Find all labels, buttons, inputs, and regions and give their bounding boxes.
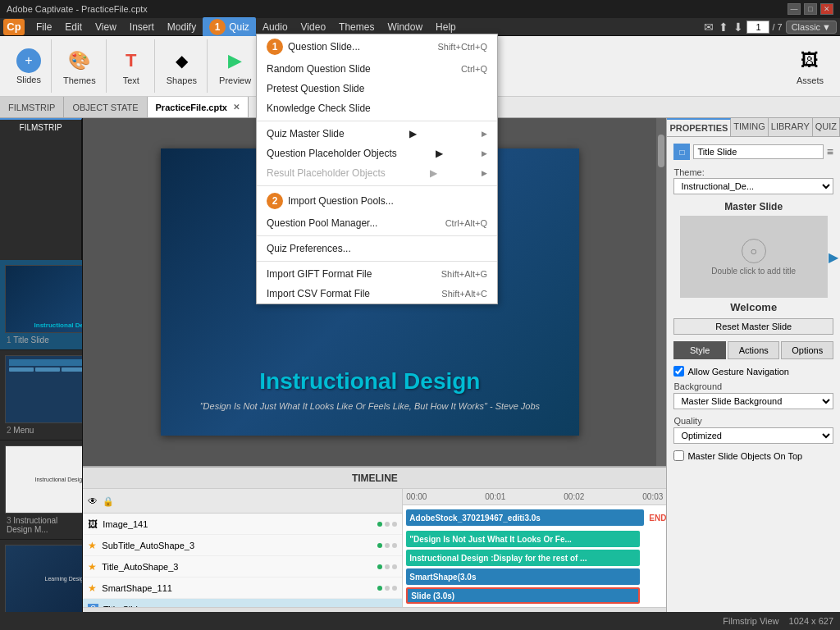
dm-separator-4 — [257, 261, 497, 262]
track-dot[interactable] — [392, 543, 397, 548]
slides-button[interactable]: + Slides — [11, 46, 46, 87]
eye-icon[interactable] — [88, 495, 98, 507]
timeline-tracks: 🖼 Image_141 ★ SubTitle_AutoShape_3 — [83, 489, 403, 607]
dm-item-quiz-master[interactable]: Quiz Master Slide ▶ — [257, 124, 497, 144]
menu-help[interactable]: Help — [429, 20, 463, 34]
dm-item-result-placeholder[interactable]: Result Placeholder Objects ▶ — [257, 163, 497, 183]
gesture-nav-checkbox[interactable] — [673, 366, 684, 377]
dm-item-question-placeholder[interactable]: Question Placeholder Objects ▶ — [257, 144, 497, 163]
theme-select[interactable]: Instructional_De... — [673, 178, 833, 194]
dm-item-random-question[interactable]: Random Question Slide Ctrl+Q — [257, 59, 497, 79]
slide-thumb-2[interactable]: 2 Menu — [0, 350, 82, 441]
track-dot[interactable] — [392, 564, 397, 569]
track-dot[interactable] — [392, 586, 397, 591]
text-icon: T — [118, 48, 144, 74]
menu-file[interactable]: File — [30, 20, 58, 34]
dm-item-pretest[interactable]: Pretest Question Slide — [257, 79, 497, 98]
options-button[interactable]: Options — [781, 341, 833, 359]
master-slide-preview[interactable]: ○ Double click to add title ▶ — [680, 216, 828, 298]
actions-button[interactable]: Actions — [728, 341, 780, 359]
style-button[interactable]: Style — [673, 341, 726, 359]
menu-quiz[interactable]: 1 Quiz — [203, 17, 256, 37]
timeline-bar-title3[interactable]: Instructional Design :Display for the re… — [406, 550, 640, 566]
image-icon: 🖼 — [88, 518, 98, 530]
lock-icon[interactable] — [103, 495, 114, 507]
menu-audio[interactable]: Audio — [256, 20, 294, 34]
slide-thumb-1[interactable]: Instructional Design 1 Title Slide — [0, 260, 82, 350]
upload-icon[interactable]: ⬆ — [719, 21, 728, 34]
timeline-bar-image[interactable]: AdobeStock_370219467_editi3.0s — [406, 509, 644, 526]
track-dot[interactable] — [377, 522, 382, 527]
timeline-panel: TIMELINE 🖼 Image_141 — [83, 466, 666, 630]
timeline-bar-slide[interactable]: Slide (3.0s) — [406, 587, 640, 604]
slide-thumb-3[interactable]: Instructional Design M... 3 Instructiona… — [0, 441, 82, 540]
menu-insert[interactable]: Insert — [123, 20, 161, 34]
track-dot[interactable] — [385, 543, 390, 548]
track-dot[interactable] — [377, 543, 382, 548]
menu-window[interactable]: Window — [381, 20, 429, 34]
shapes-button[interactable]: ◆ Shapes — [162, 45, 202, 88]
master-objects-checkbox[interactable] — [673, 450, 684, 461]
track-dot[interactable] — [385, 586, 390, 591]
minimize-button[interactable]: — — [788, 3, 801, 15]
preview-button[interactable]: ▶ Preview — [214, 45, 256, 88]
track-row-image141[interactable]: 🖼 Image_141 — [83, 514, 402, 535]
canvas-scrollbar[interactable] — [656, 118, 666, 466]
email-icon[interactable]: ✉ — [704, 21, 714, 34]
track-dot[interactable] — [377, 564, 382, 569]
menu-video[interactable]: Video — [294, 20, 332, 34]
page-number-input[interactable] — [746, 21, 769, 34]
tab-quiz[interactable]: QUIZ — [813, 118, 840, 136]
assets-label: Assets — [797, 75, 824, 85]
tab-close-icon[interactable]: ✕ — [233, 103, 240, 112]
tab-properties[interactable]: PROPERTIES — [667, 118, 731, 136]
track-row-title3[interactable]: ★ Title_AutoShape_3 — [83, 556, 402, 578]
track-row-smartshape[interactable]: ★ SmartShape_111 — [83, 578, 402, 599]
dm-item-question-slide[interactable]: 1 Question Slide... Shift+Ctrl+Q — [257, 34, 497, 59]
tab-timing[interactable]: TIMING — [731, 118, 769, 136]
classic-dropdown[interactable]: Classic ▼ — [786, 21, 837, 34]
menu-themes[interactable]: Themes — [332, 20, 381, 34]
scroll-thumb[interactable] — [658, 135, 664, 167]
dm-item-import-gift[interactable]: Import GIFT Format File Shift+Alt+G — [257, 264, 497, 284]
dm-item-knowledge-check[interactable]: Knowledge Check Slide — [257, 98, 497, 118]
track-row-titleslide[interactable]: S Title Slide — [83, 599, 402, 607]
slide-title-input[interactable] — [693, 144, 823, 159]
properties-tabs: PROPERTIES TIMING LIBRARY QUIZ — [667, 118, 840, 137]
star-icon: ★ — [88, 561, 97, 573]
track-dot[interactable] — [385, 564, 390, 569]
quality-select[interactable]: Optimized — [673, 427, 833, 444]
filmstrip-tab[interactable]: FILMSTRIP — [0, 118, 82, 260]
background-select[interactable]: Master Slide Background — [673, 393, 833, 409]
track-dot[interactable] — [377, 586, 382, 591]
tab-library[interactable]: LIBRARY — [769, 118, 813, 136]
track-dot[interactable] — [392, 522, 397, 527]
tab-file[interactable]: PracticeFile.cptx ✕ — [148, 97, 249, 117]
menu-edit[interactable]: Edit — [58, 20, 89, 34]
reset-master-slide-button[interactable]: Reset Master Slide — [673, 318, 833, 335]
menu-modify[interactable]: Modify — [161, 20, 203, 34]
dm-item-import-pools[interactable]: 2 Import Question Pools... — [257, 189, 497, 213]
timeline-body: 🖼 Image_141 ★ SubTitle_AutoShape_3 — [83, 489, 666, 607]
timeline-content[interactable]: 00:00 00:01 00:02 00:03 00:04 AdobeStock… — [403, 489, 666, 607]
master-arrow-icon[interactable]: ▶ — [829, 249, 838, 265]
dm-item-import-csv[interactable]: Import CSV Format File Shift+Alt+C — [257, 284, 497, 304]
assets-button[interactable]: 🖼 Assets — [792, 45, 829, 88]
themes-button[interactable]: 🎨 Themes — [58, 45, 101, 88]
text-button[interactable]: T Text — [113, 45, 149, 88]
track-row-subtitle[interactable]: ★ SubTitle_AutoShape_3 — [83, 535, 402, 556]
tab-object-state[interactable]: OBJECT STATE — [64, 97, 147, 117]
slide-preview-4: Learning Design — [5, 545, 83, 613]
app-title: Adobe Captivate - PracticeFile.cptx — [7, 4, 148, 14]
close-button[interactable]: ✕ — [820, 3, 833, 15]
timeline-bar-subtitle[interactable]: "Design Is Not Just What It Looks Or Fe.… — [406, 531, 640, 547]
dm-item-pool-manager[interactable]: Question Pool Manager... Ctrl+Alt+Q — [257, 213, 497, 233]
download-icon[interactable]: ⬇ — [733, 21, 743, 34]
timeline-bar-smartshape[interactable]: SmartShape(3.0s — [406, 568, 640, 585]
menu-view[interactable]: View — [89, 20, 123, 34]
maximize-button[interactable]: □ — [804, 3, 817, 15]
dm-item-quiz-prefs[interactable]: Quiz Preferences... — [257, 239, 497, 258]
tab-filmstrip[interactable]: FILMSTRIP — [0, 97, 64, 117]
properties-menu-icon[interactable]: ≡ — [827, 145, 833, 158]
track-dot[interactable] — [385, 522, 390, 527]
